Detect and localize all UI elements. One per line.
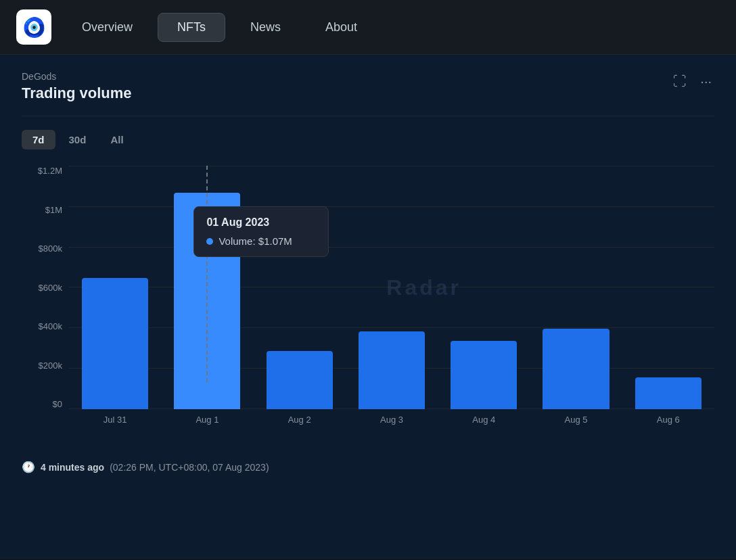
bar[interactable] <box>359 331 425 409</box>
y-axis-label: $800k <box>22 243 68 254</box>
bar[interactable] <box>82 278 148 409</box>
bars-wrapper <box>69 166 714 409</box>
y-axis-label: $0 <box>22 399 68 409</box>
trading-volume-card: DeGods Trading volume ⛶ ··· 7d30dAll $1.… <box>22 71 714 473</box>
nav-tab-news[interactable]: News <box>231 13 300 42</box>
more-options-button[interactable]: ··· <box>697 71 714 92</box>
card-divider <box>22 116 714 116</box>
chart-container: $1.2M$1M$800k$600k$400k$200k$0 Radar 01 <box>22 166 714 450</box>
x-axis-label: Aug 5 <box>530 415 622 425</box>
y-axis: $1.2M$1M$800k$600k$400k$200k$0 <box>22 166 68 409</box>
bar[interactable] <box>267 351 333 409</box>
y-axis-label: $1.2M <box>22 166 68 176</box>
x-axis-label: Aug 2 <box>254 415 346 425</box>
y-axis-label: $200k <box>22 360 68 371</box>
card-header: DeGods Trading volume ⛶ ··· <box>22 71 714 102</box>
time-filters: 7d30dAll <box>22 130 714 149</box>
update-label: 4 minutes ago <box>41 462 104 473</box>
chart-area: Radar 01 Aug 2023 Volume: $1.07M <box>69 166 714 409</box>
logo-icon: 🧿 <box>22 16 46 39</box>
bar-group[interactable] <box>346 166 438 409</box>
bar-group[interactable] <box>530 166 622 409</box>
x-axis: Jul 31Aug 1Aug 2Aug 3Aug 4Aug 5Aug 6 <box>69 415 714 425</box>
y-axis-label: $1M <box>22 205 68 215</box>
card-actions: ⛶ ··· <box>670 71 714 92</box>
bar-group[interactable] <box>69 166 161 409</box>
time-filter-7d[interactable]: 7d <box>22 130 55 149</box>
main-content: DeGods Trading volume ⛶ ··· 7d30dAll $1.… <box>0 55 736 559</box>
bar[interactable] <box>451 341 517 409</box>
time-filter-all[interactable]: All <box>99 130 134 149</box>
nav-tabs: OverviewNFTsNewsAbout <box>62 13 377 42</box>
nav-tab-about[interactable]: About <box>306 13 377 42</box>
bar[interactable] <box>635 377 702 409</box>
x-axis-label: Aug 4 <box>438 415 530 425</box>
nav-tab-nfts[interactable]: NFTs <box>158 13 225 42</box>
bar-group[interactable] <box>161 166 253 409</box>
bar-group[interactable] <box>438 166 530 409</box>
y-axis-label: $400k <box>22 321 68 331</box>
header: 🧿 OverviewNFTsNewsAbout <box>0 0 736 55</box>
bar-group[interactable] <box>254 166 346 409</box>
x-axis-label: Aug 6 <box>622 415 714 425</box>
x-axis-label: Jul 31 <box>69 415 161 425</box>
x-axis-label: Aug 3 <box>346 415 438 425</box>
card-title-group: DeGods Trading volume <box>22 71 132 102</box>
card-title: Trading volume <box>22 85 132 102</box>
timestamp: (02:26 PM, UTC+08:00, 07 Aug 2023) <box>110 462 269 473</box>
clock-icon: 🕐 <box>22 461 35 473</box>
y-axis-label: $600k <box>22 283 68 293</box>
bar[interactable] <box>174 193 240 409</box>
x-axis-label: Aug 1 <box>161 415 253 425</box>
nav-tab-overview[interactable]: Overview <box>62 13 152 42</box>
logo: 🧿 <box>16 9 51 45</box>
bar-group[interactable] <box>622 166 714 409</box>
time-filter-30d[interactable]: 30d <box>58 130 97 149</box>
card-subtitle: DeGods <box>22 71 132 82</box>
expand-button[interactable]: ⛶ <box>670 71 689 92</box>
bar[interactable] <box>543 329 609 409</box>
footer: 🕐 4 minutes ago (02:26 PM, UTC+08:00, 07… <box>22 461 714 473</box>
